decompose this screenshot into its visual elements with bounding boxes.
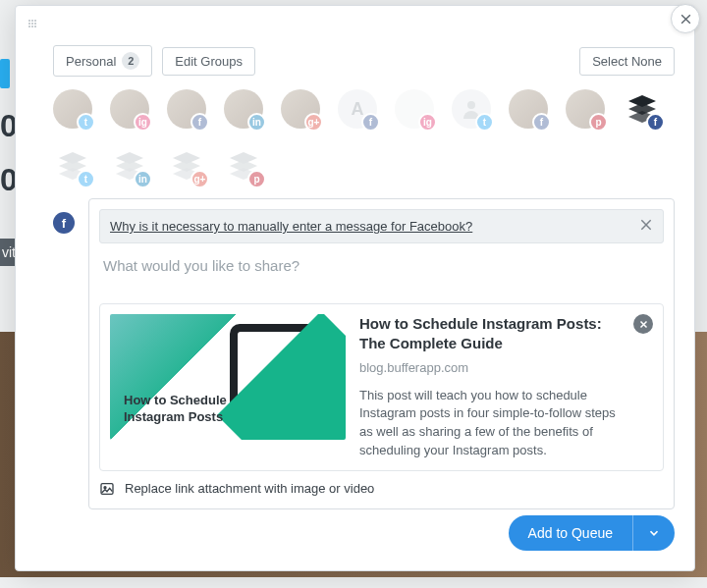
- tw-badge-icon: t: [475, 113, 494, 132]
- li-badge-icon: in: [247, 113, 266, 132]
- facebook-icon: f: [53, 212, 75, 234]
- svg-point-8: [34, 26, 36, 27]
- svg-point-0: [28, 20, 30, 22]
- personal-count-badge: 2: [122, 52, 139, 70]
- svg-point-5: [34, 23, 36, 25]
- attachment-description: This post will teach you how to schedule…: [359, 387, 627, 460]
- pinterest-group[interactable]: p: [224, 146, 263, 186]
- edit-groups-label: Edit Groups: [175, 54, 243, 69]
- facebook-group[interactable]: f: [623, 89, 662, 129]
- gp-badge-icon: g+: [304, 113, 323, 132]
- composer: f Why is it necessary to manually enter …: [53, 198, 675, 509]
- close-icon: [639, 218, 653, 232]
- drag-handle[interactable]: [27, 19, 37, 28]
- svg-point-6: [28, 26, 30, 27]
- attachment-domain: blog.bufferapp.com: [359, 360, 627, 375]
- personal-group-button[interactable]: Personal 2: [53, 45, 152, 77]
- share-modal: Personal 2 Edit Groups Select None tigfi…: [15, 5, 695, 571]
- twitter-group[interactable]: t: [53, 146, 92, 186]
- svg-point-9: [467, 101, 475, 109]
- instagram-profile[interactable]: ig: [110, 89, 149, 129]
- pi-badge-icon: p: [247, 170, 266, 188]
- bg-accent: [0, 59, 10, 88]
- ig-badge-icon: ig: [418, 113, 437, 132]
- googleplus-profile[interactable]: g+: [281, 89, 320, 129]
- linkedin-group[interactable]: in: [110, 146, 149, 186]
- svg-point-7: [31, 26, 33, 27]
- page-backdrop: 0 0 vith Personal 2 Edit Groups Select N…: [0, 0, 707, 588]
- add-to-queue-button[interactable]: Add to Queue: [509, 515, 632, 551]
- svg-point-11: [104, 487, 106, 489]
- footer: Add to Queue: [509, 515, 675, 551]
- message-input[interactable]: What would you like to share?: [99, 243, 664, 303]
- chevron-down-icon: [647, 526, 661, 540]
- replace-attachment-button[interactable]: Replace link attachment with image or vi…: [99, 471, 664, 499]
- attachment-thumbnail: How to Schedule Instagram Posts: [110, 314, 346, 440]
- facebook-profile[interactable]: f: [167, 89, 206, 129]
- twitter-profile[interactable]: t: [53, 89, 92, 129]
- remove-attachment-button[interactable]: [633, 314, 653, 334]
- info-close-button[interactable]: [639, 218, 653, 235]
- fb-badge-icon: f: [646, 113, 665, 132]
- fb-badge-icon: f: [190, 113, 209, 132]
- tw-badge-icon: t: [77, 113, 95, 132]
- close-icon: [639, 320, 648, 329]
- pinterest-profile[interactable]: p: [566, 89, 605, 129]
- select-none-label: Select None: [592, 54, 662, 69]
- queue-dropdown-button[interactable]: [632, 515, 675, 551]
- thumb-caption: How to Schedule Instagram Posts: [124, 392, 261, 426]
- tw-badge-icon: t: [77, 170, 95, 188]
- profile-selector: tigfing+Afigtfpfting+p: [53, 89, 675, 186]
- li-badge-icon: in: [134, 170, 152, 188]
- personal-label: Personal: [66, 54, 116, 69]
- fb-badge-icon: f: [532, 113, 551, 132]
- twitter-profile-2[interactable]: t: [452, 89, 491, 129]
- link-attachment-card: How to Schedule Instagram Posts How to S…: [99, 303, 664, 471]
- select-none-button[interactable]: Select None: [579, 47, 675, 76]
- info-bar: Why is it necessary to manually enter a …: [99, 209, 664, 243]
- facebook-page-a[interactable]: Af: [338, 89, 377, 129]
- close-icon: [680, 13, 692, 26]
- googleplus-group[interactable]: g+: [167, 146, 206, 186]
- svg-point-1: [31, 20, 33, 22]
- composer-panel: Why is it necessary to manually enter a …: [88, 198, 675, 509]
- svg-point-3: [28, 23, 30, 25]
- attachment-title: How to Schedule Instagram Posts: The Com…: [359, 314, 627, 354]
- fb-badge-icon: f: [361, 113, 380, 132]
- edit-groups-button[interactable]: Edit Groups: [162, 47, 255, 76]
- svg-point-4: [31, 23, 33, 25]
- instagram-profile-2[interactable]: ig: [395, 89, 434, 129]
- info-link[interactable]: Why is it necessary to manually enter a …: [110, 219, 629, 234]
- gp-badge-icon: g+: [190, 170, 209, 188]
- svg-point-2: [34, 20, 36, 22]
- header-controls: Personal 2 Edit Groups Select None: [53, 45, 675, 77]
- ig-badge-icon: ig: [134, 113, 152, 132]
- replace-label: Replace link attachment with image or vi…: [125, 481, 374, 496]
- linkedin-profile[interactable]: in: [224, 89, 263, 129]
- image-icon: [99, 481, 115, 497]
- close-modal-button[interactable]: [671, 4, 700, 33]
- facebook-profile-2[interactable]: f: [509, 89, 548, 129]
- pi-badge-icon: p: [589, 113, 608, 132]
